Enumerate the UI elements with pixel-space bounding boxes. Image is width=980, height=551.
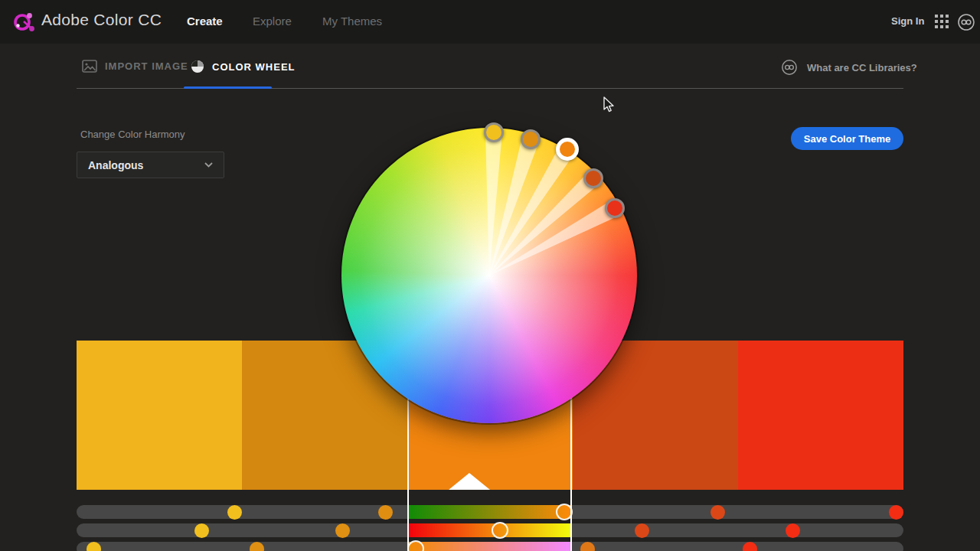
tool-tabbar: IMPORT IMAGE COLOR WHEEL What are CC Lib… (0, 44, 980, 90)
active-tab-underline (184, 86, 272, 89)
image-icon (82, 60, 97, 73)
adobe-color-app: Adobe Color CC Create Explore My Themes … (0, 0, 980, 551)
swatch-5[interactable] (738, 341, 903, 490)
tab-color-wheel-label: COLOR WHEEL (212, 61, 296, 73)
swatch-1[interactable] (77, 341, 242, 490)
slider-handle-G-col1[interactable] (194, 523, 209, 538)
creative-cloud-icon (781, 59, 798, 76)
cc-libraries-label: What are CC Libraries? (807, 62, 917, 73)
wheel-marker-yellow-orange[interactable] (521, 129, 541, 149)
sign-in-link[interactable]: Sign In (891, 15, 924, 27)
adobe-color-logo-icon[interactable] (12, 10, 37, 34)
nav-item-my-themes[interactable]: My Themes (322, 15, 382, 28)
wheel-marker-orange-selected[interactable] (556, 138, 579, 161)
wheel-marker-red[interactable] (605, 198, 625, 218)
slider-handle-B-col2[interactable] (250, 542, 264, 551)
slider-handle-R-selected[interactable] (556, 504, 573, 520)
slider-handle-B-col5[interactable] (743, 542, 757, 551)
slider-handle-R-col1[interactable] (227, 505, 242, 520)
slider-handle-R-col2[interactable] (378, 505, 393, 520)
harmony-selected-value: Analogous (88, 159, 143, 171)
slider-handle-G-col4[interactable] (635, 523, 649, 538)
wheel-marker-red-orange[interactable] (583, 168, 603, 188)
mouse-cursor (603, 96, 616, 113)
save-color-theme-button[interactable]: Save Color Theme (791, 127, 903, 150)
tab-import-image[interactable]: IMPORT IMAGE (82, 60, 188, 73)
slider-handle-G-col2[interactable] (335, 523, 350, 538)
slider-handle-R-col5[interactable] (889, 505, 903, 520)
slider-gradient-B-selected[interactable] (407, 542, 571, 551)
cc-libraries-link[interactable]: What are CC Libraries? (781, 59, 917, 76)
color-wheel-icon (191, 60, 204, 73)
creative-cloud-icon[interactable] (957, 13, 975, 31)
tab-import-image-label: IMPORT IMAGE (105, 60, 188, 72)
app-title: Adobe Color CC (41, 11, 162, 29)
chevron-down-icon (204, 162, 213, 168)
apps-grid-icon[interactable] (935, 15, 949, 28)
slider-handle-G-col5[interactable] (786, 523, 800, 538)
slider-gradient-R-selected[interactable] (407, 505, 571, 519)
wheel-marker-yellow[interactable] (484, 122, 504, 142)
harmony-label: Change Color Harmony (80, 129, 185, 140)
harmony-dropdown[interactable]: Analogous (77, 152, 224, 178)
slider-handle-B-col4[interactable] (580, 542, 595, 551)
slider-handle-R-col4[interactable] (710, 505, 725, 520)
top-navbar: Adobe Color CC Create Explore My Themes … (0, 0, 980, 44)
slider-handle-G-selected[interactable] (492, 522, 508, 539)
slider-gradient-G-selected[interactable] (407, 523, 571, 537)
nav-item-create[interactable]: Create (187, 15, 223, 28)
slider-handle-B-col1[interactable] (87, 542, 101, 551)
tab-color-wheel[interactable]: COLOR WHEEL (191, 60, 296, 73)
nav-item-explore[interactable]: Explore (253, 15, 292, 28)
selected-swatch-pointer (449, 473, 490, 490)
